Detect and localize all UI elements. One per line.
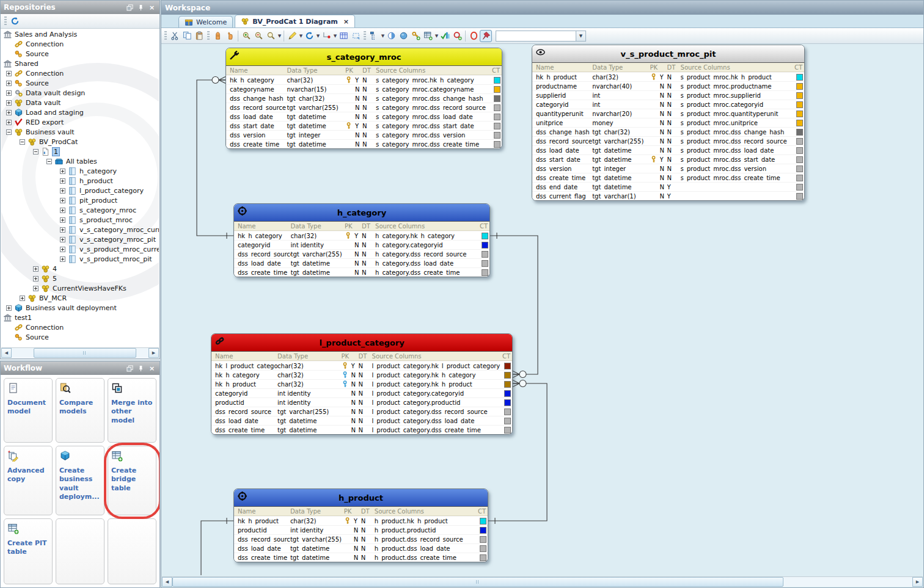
tree-item-bv-prodcat[interactable]: BV_ProdCat — [1, 137, 159, 147]
tree-item-s-category-mroc[interactable]: s_category_mroc — [1, 205, 159, 215]
column-row-dss-load-date[interactable]: dss_load_datetgt_datetimeNNh_product.dss… — [234, 543, 488, 553]
tree-item-s-product-mroc[interactable]: s_product_mroc — [1, 215, 159, 225]
refresh-layout-icon[interactable] — [303, 30, 315, 42]
entity-title-bar[interactable]: h_product — [234, 489, 488, 507]
entity-s-category-mroc[interactable]: s_category_mrocNameData TypePKDTSource C… — [226, 48, 502, 149]
expand-icon[interactable] — [60, 188, 65, 194]
column-row-dss-version[interactable]: dss_versiontgt_integerNNs_product_mroc.d… — [532, 164, 804, 173]
tree-item-l-product-category[interactable]: l_product_category — [1, 186, 159, 195]
draw-ellipse-icon[interactable] — [468, 30, 480, 42]
chevron-down-icon[interactable]: ▼ — [576, 31, 585, 41]
column-row-hk-h-product[interactable]: hk_h_productchar(32)YNh_product.hk_h_pro… — [234, 516, 488, 525]
tree-item-connection[interactable]: Connection — [1, 68, 159, 78]
validate-model-icon[interactable] — [439, 30, 451, 42]
column-row-dss-record-source[interactable]: dss_record_sourcetgt_varchar(255)NNs_cat… — [226, 103, 502, 112]
tree-item-red-export[interactable]: RED export — [1, 117, 159, 127]
scroll-left-icon[interactable]: ◀ — [1, 348, 12, 358]
tree-item-data-vault[interactable]: Data vault — [1, 98, 159, 107]
column-row-hk-h-category[interactable]: hk_h_categorychar(32)YNs_category_mroc.h… — [226, 75, 502, 84]
workflow-tile-create-bridge-table[interactable]: Create bridge table — [108, 446, 156, 515]
column-row-dss-start-date[interactable]: dss_start_datetgt_datetimeYNs_product_mr… — [532, 154, 804, 164]
column-row-dss-start-date[interactable]: dss_start_datetgt_datetimeYNs_category_m… — [226, 121, 502, 130]
column-row-categoryid[interactable]: categoryidint identityNNh_category.categ… — [234, 240, 490, 249]
scroll-right-icon[interactable]: ▶ — [148, 348, 159, 358]
float-panel-icon[interactable] — [125, 364, 134, 373]
diagram-canvas[interactable]: s_category_mrocNameData TypePKDTSource C… — [162, 45, 923, 575]
column-row-dss-create-time[interactable]: dss_create_timetgt_datetimeNNh_category.… — [234, 267, 490, 277]
column-row-dss-end-date[interactable]: dss_end_datetgt_datetimeNY — [532, 182, 804, 191]
expand-icon[interactable] — [20, 296, 25, 301]
tree-item-currentviewshavefks[interactable]: CurrentViewsHaveFKs — [1, 283, 159, 293]
tree-item-v-s-category-mroc-pit[interactable]: v_s_category_mroc_pit — [1, 234, 159, 244]
chevron-down-icon[interactable]: ▼ — [299, 34, 303, 38]
tree-item-sales-and-analysis[interactable]: Sales and Analysis — [1, 29, 159, 39]
workflow-tile-create-business-vault-deploym[interactable]: Create business vault deploym... — [56, 446, 105, 515]
tree-item-business-vault[interactable]: Business vault — [1, 127, 159, 137]
expand-icon[interactable] — [60, 237, 65, 242]
entity-title-bar[interactable]: h_category — [234, 204, 490, 222]
expand-icon[interactable] — [60, 247, 65, 252]
tree-item-h-category[interactable]: h_category — [1, 166, 159, 176]
tree-item-test1[interactable]: test1 — [1, 313, 159, 322]
column-row-hk-h-product[interactable]: hk_h_productchar(32)YNs_product_mroc.hk_… — [532, 72, 804, 81]
tree-item-source[interactable]: Source — [1, 332, 159, 342]
expand-icon[interactable] — [60, 217, 65, 223]
column-row-dss-record-source[interactable]: dss_record_sourcetgt_varchar(255)NNh_cat… — [234, 249, 490, 258]
column-row-quantityperunit[interactable]: quantityperunitnvarchar(20)NNs_product_m… — [532, 109, 804, 118]
add-table-icon[interactable] — [422, 30, 434, 42]
expand-icon[interactable] — [6, 110, 12, 115]
column-row-categoryname[interactable]: categorynamenvarchar(15)NNs_category_mro… — [226, 84, 502, 93]
column-row-dss-record-source[interactable]: dss_record_sourcetgt_varchar(255)NNl_pro… — [211, 407, 512, 416]
chevron-down-icon[interactable]: ▼ — [381, 34, 385, 38]
entity-v-s-product-mroc-pit[interactable]: v_s_product_mroc_pitNameData TypePKDTSou… — [532, 45, 805, 201]
tree-item-v-s-category-mroc-current[interactable]: v_s_category_mroc_current — [1, 225, 159, 234]
expand-icon[interactable] — [33, 286, 38, 291]
column-row-dss-load-date[interactable]: dss_load_datetgt_datetimeNNh_category.ds… — [234, 258, 490, 267]
column-row-dss-create-time[interactable]: dss_create_timetgt_datetimeNNs_category_… — [226, 139, 502, 148]
column-row-hk-h-product[interactable]: hk_h_productchar(32)NNl_product_category… — [211, 379, 512, 388]
column-row-dss-load-date[interactable]: dss_load_datetgt_datetimeNNs_product_mro… — [532, 145, 804, 154]
sphere-view-icon[interactable] — [397, 30, 409, 42]
tree-item-5[interactable]: 5 — [1, 274, 159, 283]
entity-title-bar[interactable]: l_product_category — [211, 334, 512, 352]
column-row-hk-h-category[interactable]: hk_h_categorychar(32)NNl_product_categor… — [211, 370, 512, 379]
workflow-tile-merge-into-other-model[interactable]: Merge into other model — [108, 378, 156, 443]
select-region-icon[interactable] — [350, 30, 362, 42]
collapse-icon[interactable] — [6, 129, 12, 135]
pin-annotation-icon[interactable] — [480, 30, 492, 42]
close-panel-icon[interactable]: × — [147, 3, 156, 12]
tree-item-bv-mcr[interactable]: BV_MCR — [1, 293, 159, 303]
column-row-dss-load-date[interactable]: dss_load_datetgt_datetimeNNl_product_cat… — [211, 416, 512, 425]
tree-item-connection[interactable]: Connection — [1, 322, 159, 332]
expand-icon[interactable] — [60, 178, 65, 184]
expand-icon[interactable] — [60, 227, 65, 233]
expand-icon[interactable] — [60, 256, 65, 262]
workflow-tile-create-pit-table[interactable]: Create PIT table — [4, 518, 53, 584]
copy-icon[interactable] — [181, 30, 193, 42]
column-row-supplierid[interactable]: supplieridintNNs_product_mroc.supplierid — [532, 90, 804, 100]
column-row-dss-create-time[interactable]: dss_create_timetgt_datetimeNNs_product_m… — [532, 173, 804, 182]
tree-item-all-tables[interactable]: All tables — [1, 156, 159, 166]
column-row-dss-record-source[interactable]: dss_record_sourcetgt_varchar(255)NNh_pro… — [234, 534, 488, 543]
workflow-tile-advanced-copy[interactable]: Advanced copy — [4, 446, 53, 515]
tree-item-shared[interactable]: Shared — [1, 59, 159, 68]
tree-item-business-vault-deployment[interactable]: Business vault deployment — [1, 303, 159, 313]
column-row-dss-create-time[interactable]: dss_create_timetgt_datetimeNNl_product_c… — [211, 425, 512, 434]
column-row-dss-change-hash[interactable]: dss_change_hashtgt_char(32)NNs_category_… — [226, 93, 502, 103]
zoom-in-icon[interactable] — [240, 30, 252, 42]
tree-item-4[interactable]: 4 — [1, 264, 159, 274]
add-key-icon[interactable] — [409, 30, 422, 42]
close-tab-icon[interactable]: × — [343, 18, 349, 26]
collapse-icon[interactable] — [46, 159, 52, 164]
expand-icon[interactable] — [6, 81, 12, 86]
tab-welcome[interactable]: Welcome — [178, 16, 233, 27]
column-row-unitprice[interactable]: unitpricemoneyNNs_product_mroc.unitprice — [532, 118, 804, 127]
toggle-contrast-icon[interactable] — [385, 30, 397, 42]
close-panel-icon[interactable]: × — [147, 364, 156, 373]
column-row-productname[interactable]: productnamenvarchar(40)NNs_product_mroc.… — [532, 81, 804, 90]
column-row-hk-h-category[interactable]: hk_h_categorychar(32)YNh_category.hk_h_c… — [234, 231, 490, 240]
expand-icon[interactable] — [6, 120, 12, 125]
tree-item-source[interactable]: Source — [1, 49, 159, 59]
column-row-categoryid[interactable]: categoryidintNNs_product_mroc.categoryid — [532, 100, 804, 109]
scrollbar-thumb[interactable] — [172, 577, 783, 587]
